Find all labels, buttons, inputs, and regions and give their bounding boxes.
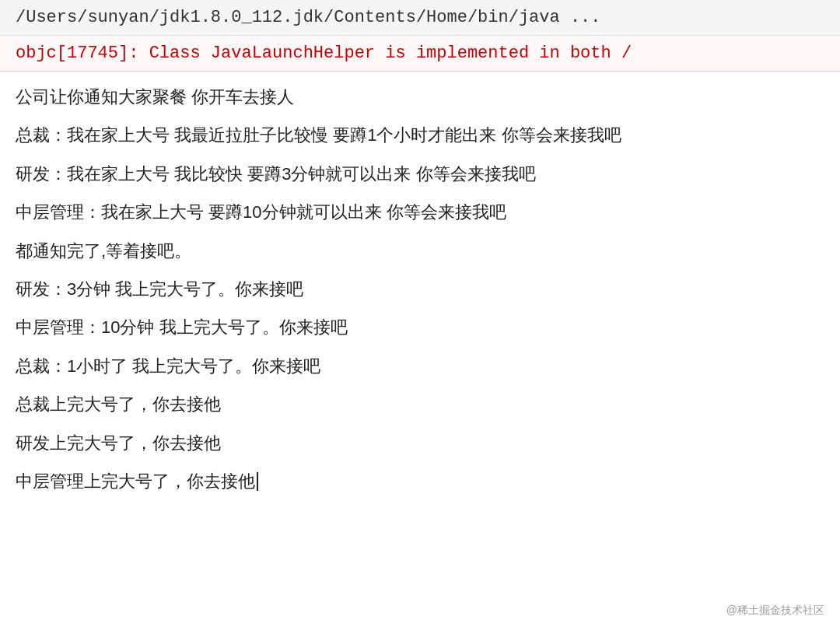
text-cursor	[257, 472, 258, 491]
content-area: 公司让你通知大家聚餐 你开车去接人总裁：我在家上大号 我最近拉肚子比较慢 要蹲1…	[0, 72, 840, 500]
content-line-7: 总裁：1小时了 我上完大号了。你来接吧	[16, 347, 824, 385]
content-line-6: 中层管理：10分钟 我上完大号了。你来接吧	[16, 308, 824, 346]
main-container: /Users/sunyan/jdk1.8.0_112.jdk/Contents/…	[0, 0, 840, 627]
content-line-1: 总裁：我在家上大号 我最近拉肚子比较慢 要蹲1个小时才能出来 你等会来接我吧	[16, 116, 824, 154]
content-line-4: 都通知完了,等着接吧。	[16, 232, 824, 270]
content-line-8: 总裁上完大号了，你去接他	[16, 385, 824, 423]
path-line: /Users/sunyan/jdk1.8.0_112.jdk/Contents/…	[0, 0, 840, 36]
content-line-3: 中层管理：我在家上大号 要蹲10分钟就可以出来 你等会来接我吧	[16, 193, 824, 231]
error-line: objc[17745]: Class JavaLaunchHelper is i…	[0, 36, 840, 72]
content-line-10: 中层管理上完大号了，你去接他	[16, 462, 824, 500]
content-line-5: 研发：3分钟 我上完大号了。你来接吧	[16, 270, 824, 308]
content-line-0: 公司让你通知大家聚餐 你开车去接人	[16, 78, 824, 116]
watermark: @稀土掘金技术社区	[726, 604, 824, 618]
content-line-2: 研发：我在家上大号 我比较快 要蹲3分钟就可以出来 你等会来接我吧	[16, 155, 824, 193]
content-line-9: 研发上完大号了，你去接他	[16, 424, 824, 462]
